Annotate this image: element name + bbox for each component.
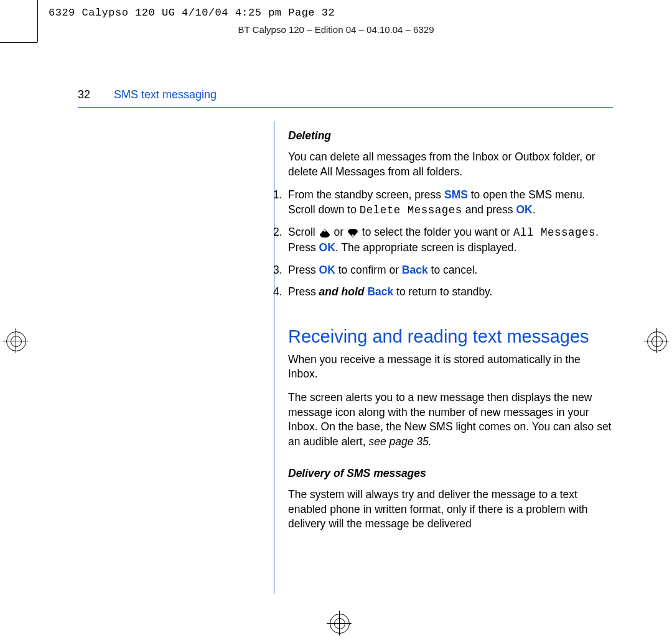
receiving-p2: The screen alerts you to a new message t… <box>288 391 613 450</box>
scroll-down-icon <box>347 228 359 238</box>
step-number: 4. <box>273 285 288 300</box>
step-number: 2. <box>273 225 288 255</box>
delivery-p: The system will always try and deliver t… <box>288 488 613 532</box>
step-text: Press and hold Back to return to standby… <box>288 285 492 300</box>
deleting-steps: 1. From the standby screen, press SMS to… <box>273 188 613 300</box>
deleting-intro: You can delete all messages from the Inb… <box>288 150 613 179</box>
page-number: 32 <box>78 87 114 102</box>
step-number: 3. <box>273 263 288 278</box>
running-header: SMS text messaging <box>114 87 217 102</box>
deleting-heading: Deleting <box>288 129 613 144</box>
svg-point-1 <box>352 234 354 237</box>
svg-point-0 <box>324 229 326 232</box>
scroll-up-icon <box>319 228 331 238</box>
edition-line: BT Calypso 120 – Edition 04 – 04.10.04 –… <box>0 24 672 36</box>
step-text: Scroll or to select the folder you want … <box>288 225 613 255</box>
step-number: 1. <box>273 188 288 218</box>
step-text: Press OK to confirm or Back to cancel. <box>288 263 477 278</box>
step-text: From the standby screen, press SMS to op… <box>288 188 613 218</box>
receiving-heading: Receiving and reading text messages <box>288 326 613 348</box>
delivery-heading: Delivery of SMS messages <box>288 466 613 481</box>
print-meta-line: 6329 Calypso 120 UG 4/10/04 4:25 pm Page… <box>49 6 335 21</box>
receiving-p1: When you receive a message it is stored … <box>288 353 613 382</box>
